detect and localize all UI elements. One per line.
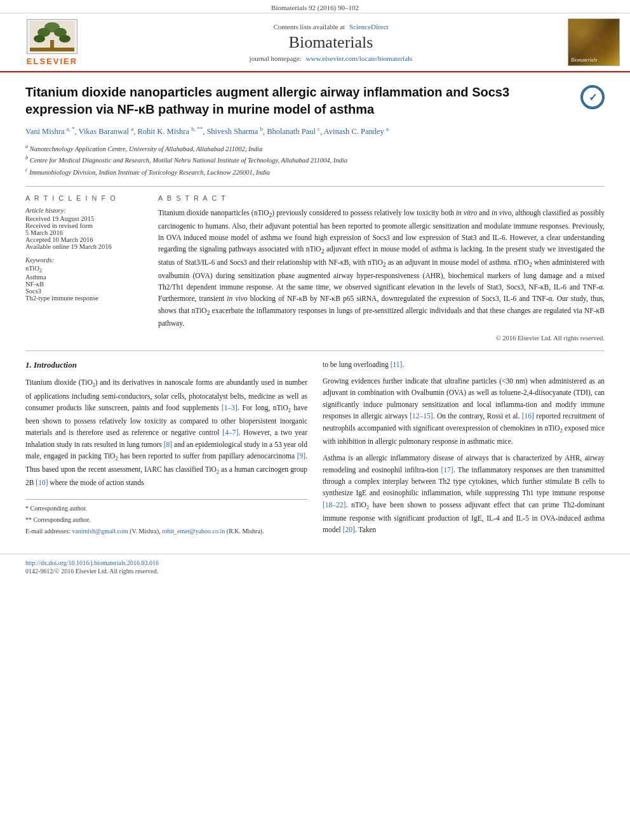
footnotes: * Corresponding author. ** Corresponding… [25, 499, 307, 537]
homepage-link[interactable]: www.elsevier.com/locate/biomaterials [306, 55, 413, 62]
ref-17[interactable]: [17] [441, 466, 453, 474]
keyword-4: Socs3 [25, 288, 143, 295]
ref-12-15[interactable]: [12–15] [410, 412, 432, 420]
ref-1-3[interactable]: [1–3] [222, 404, 238, 411]
right-para-2: Growing evidences further indicate that … [323, 375, 605, 447]
crossmark: ✓ [580, 85, 605, 109]
svg-point-5 [59, 35, 70, 43]
keyword-2: Asthma [25, 274, 143, 281]
svg-rect-6 [50, 40, 54, 49]
ref-20[interactable]: [20] [343, 526, 355, 533]
biomaterials-logo: Biomaterials [568, 18, 620, 66]
ref-10[interactable]: [10] [36, 479, 48, 486]
header-area: ELSEVIER Contents lists available at Sci… [0, 13, 630, 72]
title-area: ✓ Titanium dioxide nanoparticles augment… [25, 84, 605, 118]
affil-a: a Nanotechnology Application Centre, Uni… [25, 143, 605, 154]
article-info-heading: A R T I C L E I N F O [25, 194, 143, 202]
article-history: Article history: Received 19 August 2015… [25, 207, 143, 250]
revised-label: Received in revised form [25, 222, 143, 229]
email-vani[interactable]: vanimish@gmail.com [72, 528, 128, 535]
revised-date: 5 March 2016 [25, 229, 143, 236]
abstract-text: Titanium dioxide nanoparticles (nTiO2) p… [158, 207, 605, 330]
page: Biomaterials 92 (2016) 90–102 [0, 0, 630, 840]
sciencedirect-prefix: Contents lists available at [273, 23, 345, 30]
article-title: Titanium dioxide nanoparticles augment a… [25, 84, 605, 118]
elsevier-tree-image [27, 19, 77, 54]
homepage-prefix: journal homepage: [250, 55, 302, 62]
keywords-block: Keywords: nTiO2 Asthma NF-κB Socs3 Th2-t… [25, 257, 143, 302]
footnote-1: * Corresponding author. [25, 503, 307, 514]
body-col-right: to be lung overloading [11]. Growing evi… [323, 359, 605, 541]
affiliations: a Nanotechnology Application Centre, Uni… [25, 143, 605, 177]
main-content: ✓ Titanium dioxide nanoparticles augment… [0, 72, 630, 554]
journal-title: Biomaterials [289, 33, 373, 52]
right-para-1: to be lung overloading [11]. [323, 359, 605, 370]
sciencedirect-link[interactable]: ScienceDirect [349, 23, 389, 30]
ref-4-7[interactable]: [4–7] [222, 429, 238, 436]
article-info-col: A R T I C L E I N F O Article history: R… [25, 194, 143, 342]
keyword-1: nTiO2 [25, 265, 143, 274]
abstract-col: A B S T R A C T Titanium dioxide nanopar… [158, 194, 605, 342]
authors: Vani Mishra a, *, Vikas Baranwal a, Rohi… [25, 124, 605, 138]
body-col-left: 1. Introduction Titanium dioxide (TiO2) … [25, 359, 307, 541]
body-divider [25, 350, 605, 351]
journal-bar: Biomaterials 92 (2016) 90–102 [0, 0, 630, 13]
doi-line: http://dx.doi.org/10.1016/j.biomaterials… [25, 559, 605, 566]
right-para-3: Asthma is an allergic inflammatory disea… [323, 452, 605, 535]
abstract-heading: A B S T R A C T [158, 194, 605, 202]
intro-section-title: 1. Introduction [25, 359, 307, 372]
journal-citation: Biomaterials 92 (2016) 90–102 [271, 4, 359, 11]
ref-16[interactable]: [16] [522, 412, 534, 420]
email-rohit[interactable]: rohit_emet@yahoo.co.in [162, 528, 225, 535]
svg-point-4 [34, 35, 45, 43]
elsevier-brand: ELSEVIER [27, 57, 77, 66]
page-footer: http://dx.doi.org/10.1016/j.biomaterials… [0, 554, 630, 581]
body-columns: 1. Introduction Titanium dioxide (TiO2) … [25, 359, 605, 541]
svg-text:✓: ✓ [589, 92, 597, 103]
intro-para-1: Titanium dioxide (TiO2) and its derivati… [25, 377, 307, 488]
ref-9[interactable]: [9] [297, 452, 305, 460]
crossmark-icon: ✓ [580, 85, 605, 109]
affil-c: c Immunobiology Division, Indian Institu… [25, 166, 605, 177]
copyright-line: © 2016 Elsevier Ltd. All rights reserved… [158, 335, 605, 342]
history-label: Article history: [25, 207, 143, 214]
header-center: Contents lists available at ScienceDirec… [97, 18, 565, 66]
homepage-line: journal homepage: www.elsevier.com/locat… [250, 55, 413, 62]
ref-8[interactable]: [8] [164, 441, 172, 448]
ref-18-22[interactable]: [18–22] [323, 501, 345, 509]
header-left: ELSEVIER [8, 18, 97, 66]
footnote-2: ** Corresponding author. [25, 515, 307, 525]
keyword-5: Th2-type immune response [25, 295, 143, 302]
divider-1 [25, 186, 605, 187]
doi-link[interactable]: http://dx.doi.org/10.1016/j.biomaterials… [25, 559, 159, 566]
header-right: Biomaterials [565, 18, 622, 66]
footnote-email: E-mail addresses: vanimish@gmail.com (V.… [25, 526, 307, 537]
affil-b: b Centre for Medical Diagnostic and Rese… [25, 154, 605, 165]
svg-rect-7 [30, 48, 74, 51]
info-abstract-cols: A R T I C L E I N F O Article history: R… [25, 194, 605, 342]
available-date: Available online 19 March 2016 [25, 243, 143, 250]
received-date: Received 19 August 2015 [25, 215, 143, 222]
biomaterials-logo-text: Biomaterials [571, 57, 597, 63]
ref-11[interactable]: [11] [391, 361, 403, 368]
accepted-date: Accepted 10 March 2016 [25, 236, 143, 243]
elsevier-logo: ELSEVIER [27, 19, 77, 66]
sciencedirect-line: Contents lists available at ScienceDirec… [273, 23, 388, 30]
keywords-label: Keywords: [25, 257, 143, 263]
issn-line: 0142-9612/© 2016 Elsevier Ltd. All right… [25, 568, 605, 575]
keyword-3: NF-κB [25, 281, 143, 288]
